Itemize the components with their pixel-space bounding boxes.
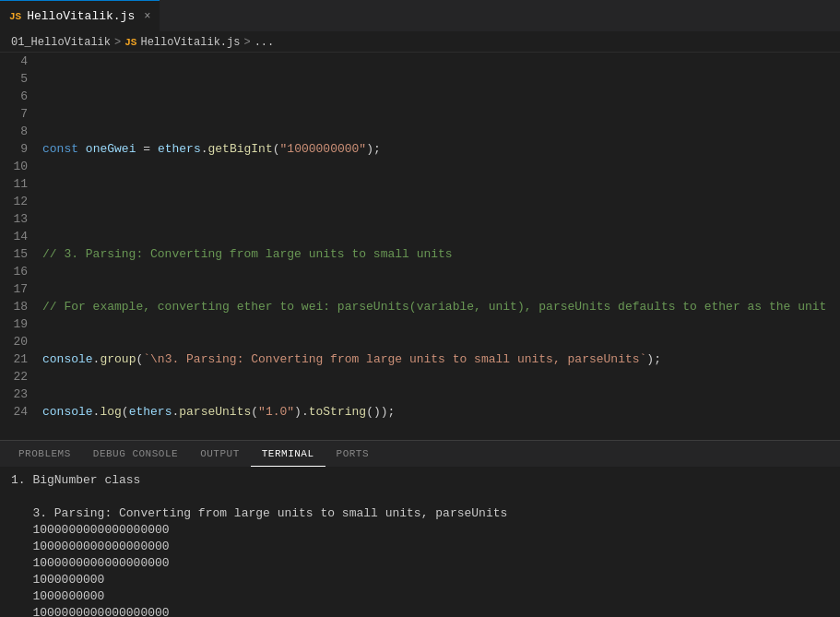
tab-close-button[interactable]: × <box>144 10 150 23</box>
js-tab-icon: JS <box>9 11 21 22</box>
code-line-5: const oneGwei = ethers.getBigInt("100000… <box>42 140 840 158</box>
code-line-10: console.log(ethers.parseUnits("1.0").toS… <box>42 403 840 421</box>
code-line-6 <box>42 193 840 210</box>
tab-ports[interactable]: PORTS <box>325 441 381 467</box>
tab-output[interactable]: OUTPUT <box>189 441 251 467</box>
terminal-line-3: 3. Parsing: Converting from large units … <box>11 505 829 522</box>
panel-tabs: PROBLEMS DEBUG CONSOLE OUTPUT TERMINAL P… <box>0 441 840 467</box>
terminal-line-5: 1000000000000000000 <box>11 539 829 555</box>
breadcrumb-js-icon: JS <box>124 37 136 48</box>
terminal-line-9: 1000000000000000000 <box>11 605 829 616</box>
tab-debug-console[interactable]: DEBUG CONSOLE <box>82 441 189 467</box>
breadcrumb-dots: ... <box>254 36 275 49</box>
terminal-line-7: 1000000000 <box>11 572 829 588</box>
line-numbers: 4 5 6 7 8 9 10 11 12 13 14 15 16 17 18 1… <box>0 53 39 440</box>
code-content[interactable]: const oneGwei = ethers.getBigInt("100000… <box>39 53 840 440</box>
breadcrumb-file: HelloVitalik.js <box>140 36 240 49</box>
tab-label: HelloVitalik.js <box>27 9 135 23</box>
file-tab[interactable]: JS HelloVitalik.js × <box>0 0 160 32</box>
terminal-line-2 <box>11 489 829 505</box>
terminal-line-1: 1. BigNumber class <box>11 472 829 489</box>
breadcrumb-sep2: > <box>243 36 250 49</box>
terminal-line-4: 1000000000000000000 <box>11 522 829 539</box>
code-line-8: // For example, converting ether to wei:… <box>42 298 840 315</box>
tab-problems[interactable]: PROBLEMS <box>7 441 82 467</box>
code-line-9: console.group(`\n3. Parsing: Converting … <box>42 350 840 368</box>
breadcrumb-folder: 01_HelloVitalik <box>11 36 111 49</box>
code-line-4 <box>42 88 840 105</box>
tab-terminal[interactable]: TERMINAL <box>251 441 325 467</box>
code-line-7: // 3. Parsing: Converting from large uni… <box>42 245 840 263</box>
bottom-panel: PROBLEMS DEBUG CONSOLE OUTPUT TERMINAL P… <box>0 440 840 616</box>
terminal-line-8: 1000000000 <box>11 588 829 605</box>
breadcrumb-sep1: > <box>114 36 121 49</box>
code-editor: 4 5 6 7 8 9 10 11 12 13 14 15 16 17 18 1… <box>0 53 840 440</box>
terminal-content[interactable]: 1. BigNumber class 3. Parsing: Convertin… <box>0 467 840 616</box>
tab-bar: JS HelloVitalik.js × <box>0 0 840 32</box>
breadcrumb: 01_HelloVitalik > JS HelloVitalik.js > .… <box>0 32 840 53</box>
terminal-line-6: 1000000000000000000 <box>11 555 829 572</box>
